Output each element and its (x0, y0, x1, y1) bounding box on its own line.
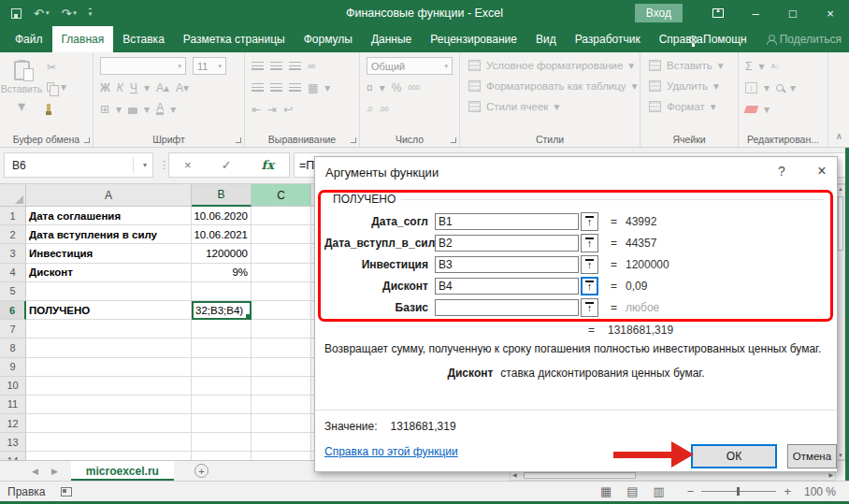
vertical-scroll-thumb[interactable] (838, 196, 843, 251)
cell-empty[interactable] (252, 377, 311, 396)
undo-button[interactable]: ↶▾ (34, 7, 49, 21)
macro-record-icon[interactable] (61, 487, 72, 497)
tab-view[interactable]: Вид (526, 26, 566, 52)
scroll-up-icon[interactable]: ▲ (837, 186, 844, 192)
cell-c5[interactable] (252, 282, 311, 301)
cell-b4[interactable]: 9% (192, 264, 252, 282)
redo-button[interactable]: ↷▾ (61, 7, 76, 21)
cell-b3[interactable]: 1200000 (192, 244, 252, 263)
row-header[interactable]: 4 (0, 264, 26, 282)
dialog-close-button[interactable]: × (811, 163, 833, 180)
autosum-button[interactable]: Σ (745, 60, 752, 73)
argument-input-0[interactable] (435, 213, 579, 230)
zoom-slider[interactable] (701, 491, 776, 492)
increase-decimal-button[interactable]: ,0 (367, 105, 372, 113)
zoom-slider-thumb[interactable] (737, 487, 740, 496)
clear-button[interactable] (745, 106, 757, 113)
cell-empty[interactable] (26, 320, 192, 338)
cell-empty[interactable] (192, 433, 252, 452)
fill-color-button[interactable] (128, 104, 137, 114)
cell-empty[interactable] (252, 338, 311, 357)
font-name-combo[interactable]: ▾ (100, 57, 186, 75)
wrap-text-button[interactable]: ↩ (283, 103, 293, 116)
align-center-button[interactable] (270, 83, 282, 93)
cell-empty[interactable] (26, 338, 192, 357)
cell-a3[interactable]: Инвестиция (26, 244, 192, 263)
align-bottom-button[interactable] (289, 62, 301, 71)
row-header[interactable]: 9 (0, 358, 26, 377)
collapse-ribbon-icon[interactable]: ∧ (836, 131, 842, 141)
align-top-button[interactable] (252, 62, 264, 71)
help-link[interactable]: Справка по этой функции (324, 445, 458, 458)
argument-input-3[interactable] (435, 278, 579, 295)
range-select-button[interactable] (581, 212, 598, 231)
tab-developer[interactable]: Разработчик (566, 26, 650, 52)
decrease-font-button[interactable]: А▾ (176, 81, 189, 94)
scroll-down-icon[interactable]: ▼ (837, 453, 844, 458)
dialog-launcher-icon[interactable] (351, 137, 356, 143)
format-cells-button[interactable]: Формат▾ (640, 96, 738, 117)
zoom-in-button[interactable]: + (784, 484, 791, 498)
conditional-formatting-button[interactable]: Условное форматирование▾ (460, 55, 640, 76)
dialog-help-button[interactable]: ? (771, 164, 792, 179)
find-select-button[interactable] (776, 84, 784, 92)
column-header-b[interactable]: B (192, 184, 252, 207)
cell-empty[interactable] (252, 320, 311, 338)
row-header-active[interactable]: 6 (0, 301, 26, 320)
view-normal-icon[interactable]: ▦ (600, 484, 612, 498)
row-header[interactable]: 10 (0, 377, 26, 396)
sheet-tab-active[interactable]: microexcel.ru (71, 461, 174, 481)
align-middle-button[interactable] (270, 62, 282, 71)
underline-button[interactable]: Ч (130, 81, 137, 94)
cell-empty[interactable] (192, 320, 252, 338)
row-header[interactable]: 8 (0, 338, 26, 357)
view-page-break-icon[interactable]: ▥ (653, 484, 664, 498)
cell-empty[interactable] (26, 452, 192, 460)
cell-b5[interactable] (192, 282, 252, 301)
cell-empty[interactable] (26, 377, 192, 396)
cell-empty[interactable] (26, 396, 192, 414)
cancel-entry-button[interactable]: × (184, 158, 192, 172)
row-header[interactable]: 3 (0, 244, 26, 263)
tab-home[interactable]: Главная (52, 26, 114, 52)
cell-empty[interactable] (26, 414, 192, 433)
accounting-format-button[interactable]: ¤ (367, 81, 373, 94)
cell-empty[interactable] (252, 433, 311, 452)
cell-a1[interactable]: Дата соглашения (26, 207, 192, 225)
cell-c1[interactable] (252, 207, 311, 225)
font-size-combo[interactable]: 11▾ (193, 57, 226, 75)
range-select-button[interactable] (581, 298, 598, 317)
tab-data[interactable]: Данные (362, 26, 421, 52)
row-header[interactable]: 7 (0, 320, 26, 338)
percent-style-button[interactable]: % (392, 81, 402, 94)
argument-input-4[interactable] (435, 299, 579, 316)
column-header-a[interactable]: A (26, 184, 192, 207)
cell-c2[interactable] (252, 225, 311, 244)
ribbon-display-options-button[interactable] (699, 0, 737, 26)
cell-a4[interactable]: Дисконт (26, 264, 192, 282)
save-button[interactable] (11, 8, 22, 19)
increase-font-button[interactable]: А▴ (156, 81, 169, 94)
cell-c6[interactable] (252, 301, 311, 320)
cell-a2[interactable]: Дата вступления в силу (26, 225, 192, 244)
cell-a6[interactable]: ПОЛУЧЕНО (26, 301, 192, 320)
active-cell-b6[interactable]: 32;B3;B4) (192, 301, 252, 320)
cell-empty[interactable] (252, 414, 311, 433)
minimize-button[interactable]: – (737, 0, 774, 26)
range-select-button[interactable] (581, 234, 598, 252)
ok-button[interactable]: ОК (691, 444, 777, 468)
sort-filter-button[interactable]: А↓ (770, 62, 779, 70)
customize-quick-access-button[interactable]: ▾ (89, 8, 93, 18)
share-button[interactable]: Поделиться (766, 33, 842, 46)
comma-style-button[interactable]: 000 (408, 83, 420, 92)
cancel-button[interactable]: Отмена (787, 444, 837, 468)
row-header[interactable]: 2 (0, 225, 26, 244)
cut-button[interactable]: ✂ (47, 61, 56, 74)
argument-input-2[interactable] (435, 256, 579, 273)
select-all-corner[interactable] (0, 184, 26, 207)
zoom-out-button[interactable]: − (687, 484, 695, 498)
name-box[interactable]: B6 ▾ (4, 152, 153, 178)
argument-input-1[interactable] (435, 235, 579, 252)
cell-b2[interactable]: 10.06.2021 (192, 225, 252, 244)
insert-function-button[interactable]: fx (262, 158, 274, 172)
